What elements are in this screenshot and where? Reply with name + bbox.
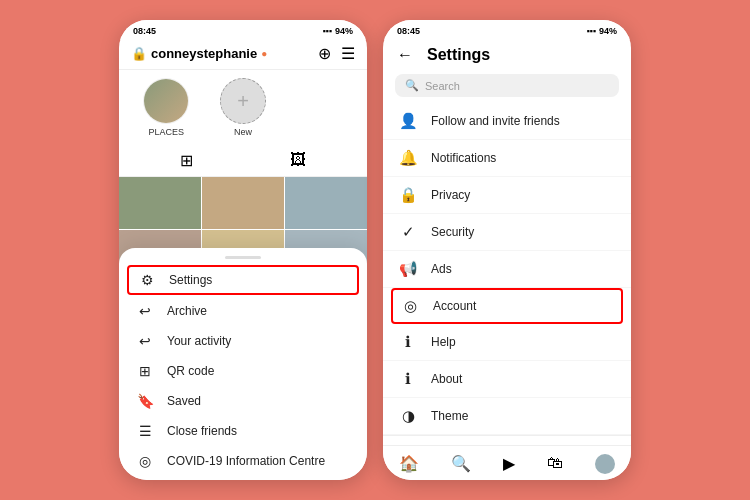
settings-item-privacy[interactable]: 🔒 Privacy	[383, 177, 631, 214]
story-circle-new: +	[220, 78, 266, 124]
phone-2: 08:45 ▪▪▪ 94% ← Settings 🔍 Search 👤 Foll…	[383, 20, 631, 480]
security-icon: ✓	[397, 223, 419, 241]
profile-actions: ⊕ ☰	[318, 44, 355, 63]
theme-icon: ◑	[397, 407, 419, 425]
grid-icon[interactable]: ⊞	[180, 151, 193, 170]
ads-icon: 📢	[397, 260, 419, 278]
settings-title: Settings	[427, 46, 490, 64]
archive-icon: ↩	[135, 303, 155, 319]
settings-item-help[interactable]: ℹ Help	[383, 324, 631, 361]
menu-item-settings[interactable]: ⚙ Settings	[127, 265, 359, 295]
profile-name: 🔒 conneystephanie ●	[131, 46, 267, 61]
settings-item-theme[interactable]: ◑ Theme	[383, 398, 631, 435]
menu-item-saved[interactable]: 🔖 Saved	[119, 386, 367, 416]
battery-2: 94%	[599, 26, 617, 36]
covid-icon: ◎	[135, 453, 155, 469]
signal-2: ▪▪▪	[586, 26, 596, 36]
saved-icon: 🔖	[135, 393, 155, 409]
search-icon: 🔍	[405, 79, 419, 92]
menu-item-covid[interactable]: ◎ COVID-19 Information Centre	[119, 446, 367, 476]
about-icon: ℹ	[397, 370, 419, 388]
settings-item-about[interactable]: ℹ About	[383, 361, 631, 398]
facebook-section: FACEBOOK f ⓘ Ⓜ ⓂⓂ Accounts Centre Contro…	[383, 435, 631, 445]
drawer-handle	[225, 256, 261, 259]
battery-1: 94%	[335, 26, 353, 36]
photo-1	[119, 177, 201, 229]
follow-icon: 👤	[397, 112, 419, 130]
settings-icon: ⚙	[137, 272, 157, 288]
nav-profile[interactable]	[595, 454, 615, 474]
status-bar-2: 08:45 ▪▪▪ 94%	[383, 20, 631, 40]
search-placeholder: Search	[425, 80, 460, 92]
settings-item-ads[interactable]: 📢 Ads	[383, 251, 631, 288]
settings-item-security[interactable]: ✓ Security	[383, 214, 631, 251]
nav-home[interactable]: 🏠	[399, 454, 419, 474]
stories-row: PLACES + New	[119, 70, 367, 145]
qr-icon: ⊞	[135, 363, 155, 379]
account-icon: ◎	[399, 297, 421, 315]
menu-item-archive[interactable]: ↩ Archive	[119, 296, 367, 326]
signal-icon: ▪▪▪	[322, 26, 332, 36]
help-icon: ℹ	[397, 333, 419, 351]
settings-item-follow[interactable]: 👤 Follow and invite friends	[383, 103, 631, 140]
nav-search[interactable]: 🔍	[451, 454, 471, 474]
story-places[interactable]: PLACES	[131, 78, 202, 137]
photo-2	[202, 177, 284, 229]
phone-1: 08:45 ▪▪▪ 94% 🔒 conneystephanie ● ⊕ ☰ PL…	[119, 20, 367, 480]
tab-icons: ⊞ 🖼	[119, 145, 367, 177]
close-friends-icon: ☰	[135, 423, 155, 439]
settings-item-notifications[interactable]: 🔔 Notifications	[383, 140, 631, 177]
portrait-icon[interactable]: 🖼	[290, 151, 306, 170]
status-bar-1: 08:45 ▪▪▪ 94%	[119, 20, 367, 40]
story-new[interactable]: + New	[208, 78, 279, 137]
nav-reel[interactable]: ▶	[503, 454, 515, 474]
activity-icon: ↩	[135, 333, 155, 349]
add-icon[interactable]: ⊕	[318, 44, 331, 63]
bottom-nav-2: 🏠 🔍 ▶ 🛍	[383, 445, 631, 480]
privacy-icon: 🔒	[397, 186, 419, 204]
menu-item-close-friends[interactable]: ☰ Close friends	[119, 416, 367, 446]
settings-header: ← Settings	[383, 40, 631, 70]
settings-item-account[interactable]: ◎ Account	[391, 288, 623, 324]
hamburger-icon[interactable]: ☰	[341, 44, 355, 63]
menu-item-qr[interactable]: ⊞ QR code	[119, 356, 367, 386]
menu-item-activity[interactable]: ↩ Your activity	[119, 326, 367, 356]
nav-shop[interactable]: 🛍	[547, 454, 563, 474]
photo-3	[285, 177, 367, 229]
online-dot: ●	[261, 48, 267, 59]
story-circle-places	[143, 78, 189, 124]
lock-icon: 🔒	[131, 46, 147, 61]
back-arrow[interactable]: ←	[397, 46, 413, 64]
time-2: 08:45	[397, 26, 420, 36]
notifications-icon: 🔔	[397, 149, 419, 167]
time-1: 08:45	[133, 26, 156, 36]
menu-drawer: ⚙ Settings ↩ Archive ↩ Your activity ⊞ Q…	[119, 248, 367, 480]
profile-header: 🔒 conneystephanie ● ⊕ ☰	[119, 40, 367, 70]
search-bar[interactable]: 🔍 Search	[395, 74, 619, 97]
settings-list: 👤 Follow and invite friends 🔔 Notificati…	[383, 103, 631, 445]
